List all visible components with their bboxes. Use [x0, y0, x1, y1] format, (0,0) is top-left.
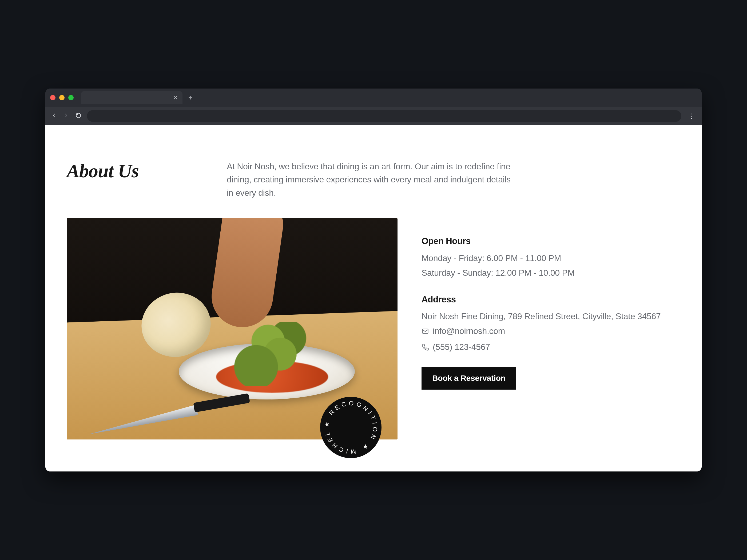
page-content: About Us At Noir Nosh, we believe that d… — [45, 125, 702, 472]
page-intro: At Noir Nosh, we believe that dining is … — [227, 160, 515, 200]
hero-image-wrap: ★ RECOGNITION ★ MICHELIN STAR — [67, 218, 397, 439]
email-text: info@noirnosh.com — [433, 324, 505, 338]
badge-text-path: ★ RECOGNITION ★ MICHELIN STAR — [320, 397, 379, 455]
close-tab-icon[interactable]: ✕ — [173, 95, 178, 101]
open-hours-heading: Open Hours — [421, 234, 680, 248]
phone-text: (555) 123-4567 — [433, 341, 490, 354]
hours-weekday: Monday - Friday: 6.00 PM - 11.00 PM — [421, 252, 680, 265]
phone-icon — [421, 344, 429, 351]
book-reservation-button[interactable]: Book a Reservation — [421, 367, 516, 390]
back-button[interactable] — [50, 112, 58, 119]
mail-icon — [421, 327, 429, 335]
maximize-window-button[interactable] — [68, 95, 74, 100]
tab-strip: ✕ + — [45, 88, 702, 107]
address-line: Noir Nosh Fine Dining, 789 Refined Stree… — [421, 310, 680, 323]
michelin-badge: ★ RECOGNITION ★ MICHELIN STAR — [320, 397, 382, 458]
hours-weekend: Saturday - Sunday: 12.00 PM - 10.00 PM — [421, 266, 680, 280]
new-tab-button[interactable]: + — [186, 94, 195, 101]
browser-menu-button[interactable]: ⋮ — [686, 112, 697, 120]
phone-line[interactable]: (555) 123-4567 — [421, 341, 680, 354]
reload-button[interactable] — [75, 112, 82, 119]
browser-toolbar: ⋮ — [45, 107, 702, 125]
open-hours-block: Open Hours Monday - Friday: 6.00 PM - 11… — [421, 234, 680, 279]
email-line[interactable]: info@noirnosh.com — [421, 324, 680, 338]
page-title: About Us — [67, 160, 195, 182]
close-window-button[interactable] — [50, 95, 55, 100]
address-block: Address Noir Nosh Fine Dining, 789 Refin… — [421, 293, 680, 354]
forward-button[interactable] — [62, 112, 70, 119]
window-controls — [50, 95, 74, 100]
address-bar[interactable] — [87, 110, 681, 122]
about-content: ★ RECOGNITION ★ MICHELIN STAR Open Hours… — [67, 218, 680, 439]
browser-window: ✕ + ⋮ About Us At Noir Nosh, we believe … — [45, 88, 702, 472]
about-header: About Us At Noir Nosh, we believe that d… — [67, 160, 680, 200]
browser-tab[interactable]: ✕ — [81, 91, 182, 104]
minimize-window-button[interactable] — [59, 95, 65, 100]
address-heading: Address — [421, 293, 680, 306]
info-column: Open Hours Monday - Friday: 6.00 PM - 11… — [421, 218, 680, 389]
badge-text: ★ RECOGNITION ★ MICHELIN STAR — [320, 397, 379, 455]
